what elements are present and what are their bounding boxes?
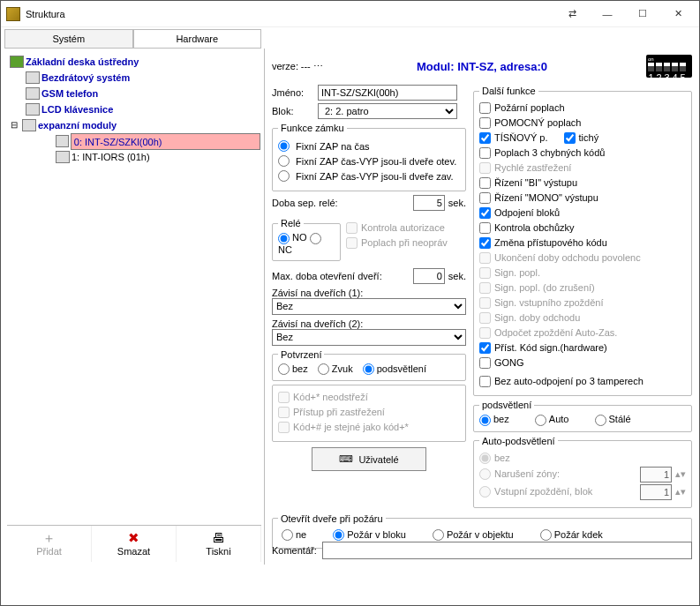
tree-expanders[interactable]: expanzní moduly xyxy=(38,117,117,133)
close-button[interactable]: ✕ xyxy=(660,2,696,26)
lock-function-group: Funkce zámku Fixní ZAP na čas Fixní ZAP … xyxy=(272,123,466,191)
tree-collapse-icon[interactable]: ⊟ xyxy=(8,117,20,133)
ab2 xyxy=(479,468,491,480)
dep1-select[interactable]: Bez xyxy=(272,298,466,315)
f2-check[interactable] xyxy=(479,117,491,129)
dep2-select[interactable]: Bez xyxy=(272,329,466,346)
confirm-bez[interactable] xyxy=(278,363,290,375)
tree-root[interactable]: Základní deska ústředny xyxy=(26,54,139,70)
bl-stale[interactable] xyxy=(595,415,606,426)
f9-check[interactable] xyxy=(479,222,491,234)
dip-switch: on 12345 xyxy=(646,55,692,78)
tree-item-selected[interactable]: 0: INT-SZ/SZKl(00h) xyxy=(71,133,260,150)
confirm-light[interactable] xyxy=(363,363,374,375)
f17-check[interactable] xyxy=(479,342,491,354)
ab1 xyxy=(479,453,491,464)
board-icon xyxy=(10,56,24,68)
module-icon xyxy=(56,135,69,147)
module-icon xyxy=(56,151,70,163)
print-button[interactable]: 🖶Tiskni xyxy=(177,526,261,562)
k3-check xyxy=(278,422,290,433)
f12-check xyxy=(479,267,491,279)
tree-wireless[interactable]: Bezdrátový systém xyxy=(41,70,130,86)
k1-check xyxy=(278,392,290,403)
window-title: Struktura xyxy=(26,9,554,19)
bl-bez[interactable] xyxy=(479,415,491,426)
f4-check[interactable] xyxy=(479,147,491,159)
tree-lcd[interactable]: LCD klávesnice xyxy=(41,101,113,117)
f3-check[interactable] xyxy=(479,132,491,144)
lock-r3[interactable] xyxy=(278,170,290,182)
add-button: ＋Přidat xyxy=(7,526,92,562)
fire-ne[interactable] xyxy=(282,529,293,541)
f10-check[interactable] xyxy=(479,237,491,249)
exp-icon xyxy=(22,119,36,131)
septime-label: Doba sep. relé: xyxy=(272,198,410,208)
septime-input[interactable] xyxy=(413,195,445,211)
f3b-check[interactable] xyxy=(564,132,576,144)
fire-object[interactable] xyxy=(433,529,444,541)
f15-check xyxy=(479,312,491,324)
confirm-zvuk[interactable] xyxy=(318,363,329,375)
f6-check[interactable] xyxy=(479,177,491,189)
f13-check xyxy=(479,282,491,294)
comment-input[interactable] xyxy=(322,542,692,559)
tab-hardware[interactable]: Hardware xyxy=(133,29,262,48)
ab3 xyxy=(479,486,491,498)
name-label: Jméno: xyxy=(272,87,318,98)
f11-check xyxy=(479,252,491,264)
right-panel: verze: --- ⋯ Modul: INT-SZ, adresa:0 on … xyxy=(265,49,699,565)
fire-any[interactable] xyxy=(540,529,552,541)
maximize-button[interactable]: ☐ xyxy=(625,2,660,26)
titlebar: Struktura ⇄ — ☐ ✕ xyxy=(1,1,699,27)
dep1-label: Závisí na dveřích (1): xyxy=(272,288,466,298)
codes-group: Kód+* neodstřeží Přístup při zastřežení … xyxy=(272,385,466,442)
version-label: verze: --- ⋯ xyxy=(272,61,323,72)
comment-label: Komentář: xyxy=(272,545,317,556)
app-icon xyxy=(6,7,20,21)
block-select[interactable]: 2: 2. patro xyxy=(318,103,457,119)
tree-gsm[interactable]: GSM telefon xyxy=(41,86,98,101)
ab3-num xyxy=(640,484,672,500)
maxopen-input[interactable] xyxy=(413,268,445,284)
fire-block[interactable] xyxy=(333,529,344,541)
maxopen-label: Max. doba otevření dveří: xyxy=(272,271,410,281)
dep2-label: Závisí na dveřích (2): xyxy=(272,318,466,329)
top-tabs: Systém Hardware xyxy=(4,29,261,49)
auth-check xyxy=(346,222,358,234)
f18-check[interactable] xyxy=(479,357,491,369)
tab-system[interactable]: Systém xyxy=(4,29,133,48)
name-input[interactable] xyxy=(318,85,457,101)
backlight-group: podsvětlení bez Auto Stálé xyxy=(473,400,692,432)
tree-item[interactable]: 1: INT-IORS (01h) xyxy=(72,149,150,165)
f7-check[interactable] xyxy=(479,192,491,204)
gsm-icon xyxy=(26,87,40,100)
swap-icon[interactable]: ⇄ xyxy=(554,2,590,26)
minimize-button[interactable]: — xyxy=(590,2,625,26)
k2-check xyxy=(278,407,290,418)
other-functions-group: Další funkce Požární poplach POMOCNÝ pop… xyxy=(473,86,692,396)
f5-check xyxy=(479,162,491,174)
module-title: Modul: INT-SZ, adresa:0 xyxy=(417,60,547,73)
relay-no[interactable] xyxy=(278,233,290,244)
block-label: Blok: xyxy=(272,106,318,116)
f14-check xyxy=(479,297,491,309)
autobacklight-group: Auto-podsvětlení bez Narušení zóny:▴▾ Vs… xyxy=(473,436,692,508)
action-bar: ＋Přidat ✖Smazat 🖶Tiskni xyxy=(7,525,261,562)
keypad-icon: ⌨ xyxy=(339,453,353,465)
f19-check[interactable] xyxy=(479,376,491,387)
relay-nc[interactable] xyxy=(310,233,321,244)
bl-auto[interactable] xyxy=(535,415,546,426)
delete-button[interactable]: ✖Smazat xyxy=(92,526,177,562)
lock-r1[interactable] xyxy=(278,140,290,152)
f8-check[interactable] xyxy=(479,207,491,219)
f1-check[interactable] xyxy=(479,102,491,114)
lock-r2[interactable] xyxy=(278,155,290,167)
relay-group: Relé NO NC xyxy=(272,218,341,261)
lcd-icon xyxy=(26,103,40,116)
left-panel: Základní deska ústředny Bezdrátový systé… xyxy=(4,49,265,565)
wireless-icon xyxy=(26,71,40,84)
hardware-tree[interactable]: Základní deska ústředny Bezdrátový systé… xyxy=(6,52,262,167)
users-button[interactable]: ⌨Uživatelé xyxy=(312,447,426,471)
ab2-num xyxy=(640,467,672,483)
